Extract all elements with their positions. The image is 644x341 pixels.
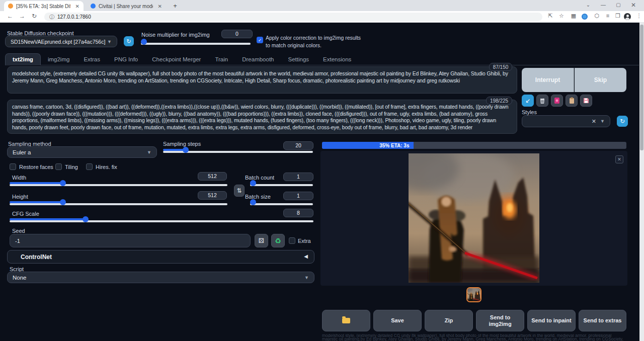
extensions-puzzle-icon[interactable]: ⬡ — [593, 13, 601, 19]
back-icon[interactable]: ← — [6, 13, 14, 20]
color-correction-label: Apply color correction to img2img result… — [266, 34, 366, 49]
open-folder-button[interactable] — [322, 310, 370, 331]
address-bar[interactable]: ⓘ 127.0.0.1:7860 — [44, 13, 542, 21]
share-icon[interactable]: ⇱ — [546, 13, 554, 19]
send-to-img2img-button[interactable]: Send to img2img — [476, 310, 524, 331]
menu-dots-icon[interactable]: ⋮ — [635, 13, 643, 19]
height-value[interactable]: 512 — [198, 191, 227, 200]
checkpoint-dropdown[interactable]: SD15NewVAEpruned.ckpt [27a4ac756c] ▼ — [5, 36, 117, 47]
reuse-seed-recycle-button[interactable]: ♻ — [271, 234, 285, 247]
gradio-favicon — [8, 4, 13, 9]
sampling-method-value: Euler a — [13, 149, 31, 155]
controlnet-accordion[interactable]: ControlNet ◀ — [7, 250, 314, 264]
send-to-inpaint-button[interactable]: Send to inpaint — [527, 310, 576, 331]
folder-icon — [342, 318, 350, 323]
noise-multiplier-value[interactable]: 0 — [221, 30, 253, 38]
seed-input[interactable] — [10, 234, 251, 247]
cfg-scale-value[interactable]: 8 — [283, 209, 313, 217]
tab-close-icon[interactable]: ✕ — [75, 4, 79, 9]
skip-button[interactable]: Skip — [575, 68, 626, 92]
forward-icon[interactable]: → — [18, 13, 26, 20]
scrollbar-thumb[interactable] — [640, 25, 643, 150]
sampling-method-dropdown[interactable]: Euler a ▼ — [7, 146, 157, 158]
page-scrollbar[interactable] — [639, 23, 644, 341]
tab-extensions[interactable]: Extensions — [316, 54, 358, 65]
tab-txt2img[interactable]: txt2img — [5, 53, 41, 65]
batch-count-label: Batch count — [245, 175, 274, 181]
batch-size-slider[interactable] — [250, 201, 313, 207]
height-slider[interactable] — [10, 201, 227, 207]
minimize-icon[interactable]: — — [596, 0, 611, 11]
extension-grid-icon[interactable]: ▦ — [570, 13, 578, 19]
tab-checkpoint-merger[interactable]: Checkpoint Merger — [145, 54, 208, 65]
tab-settings[interactable]: Settings — [281, 54, 316, 65]
tab-img2img[interactable]: img2img — [41, 54, 76, 65]
prompt-input[interactable]: modelshoot style, (extremely detailed CG… — [7, 66, 517, 94]
noise-multiplier-slider[interactable] — [141, 41, 251, 47]
width-slider[interactable] — [10, 182, 227, 188]
width-value[interactable]: 512 — [198, 172, 227, 181]
browser-tab-civitai[interactable]: Civitai | Share your models ✕ — [87, 1, 166, 11]
negative-prompt-input[interactable]: canvas frame, cartoon, 3d, ((disfigured)… — [7, 100, 517, 134]
browser-tab-title: [35% ETA: 3s] Stable Diffusion — [16, 4, 70, 9]
script-dropdown[interactable]: None ▼ — [7, 272, 314, 283]
maximize-icon[interactable]: ▢ — [611, 0, 626, 11]
interrupt-button[interactable]: Interrupt — [522, 68, 574, 92]
batch-count-slider[interactable] — [250, 182, 313, 188]
batch-size-value[interactable]: 1 — [283, 192, 313, 200]
sampling-steps-slider[interactable] — [163, 149, 313, 155]
tab-extras[interactable]: Extras — [76, 54, 107, 65]
send-to-extras-button[interactable]: Send to extras — [579, 310, 626, 331]
cfg-scale-label: CFG Scale — [12, 211, 39, 217]
zip-button[interactable]: Zip — [425, 310, 473, 331]
noise-multiplier-label: Noise multiplier for img2img — [141, 32, 210, 38]
close-image-icon[interactable]: ✕ — [615, 155, 623, 163]
gallery-thumbnail[interactable] — [466, 287, 481, 302]
tab-search-icon[interactable]: ⌄ — [581, 0, 596, 11]
clear-styles-icon[interactable]: ✕ — [592, 118, 596, 125]
tab-png-info[interactable]: PNG Info — [107, 54, 145, 65]
site-info-icon[interactable]: ⓘ — [49, 14, 54, 21]
tab-train[interactable]: Train — [208, 54, 235, 65]
styles-dropdown[interactable]: ✕ ▼ — [522, 115, 610, 127]
restore-faces-checkbox[interactable] — [10, 163, 16, 170]
width-label: Width — [12, 175, 26, 181]
swap-dimensions-button[interactable]: ⇅ — [234, 185, 245, 197]
clear-prompt-trash-button[interactable] — [536, 95, 548, 107]
reading-list-icon[interactable]: ≡ — [604, 13, 612, 19]
cfg-scale-slider[interactable] — [10, 218, 313, 224]
batch-size-label: Batch size — [245, 194, 271, 200]
extension-blue-icon[interactable] — [582, 14, 588, 20]
new-tab-button[interactable]: + — [171, 2, 179, 10]
color-correction-checkbox[interactable]: ✓ — [257, 37, 263, 43]
extra-seed-label: Extra — [298, 238, 311, 244]
window-close-icon[interactable]: ✕ — [626, 0, 641, 11]
chevron-down-icon: ▼ — [107, 39, 112, 44]
accordion-collapse-icon: ◀ — [304, 253, 308, 259]
bookmark-star-icon[interactable]: ☆ — [557, 13, 566, 19]
random-seed-dice-button[interactable]: ⚄ — [255, 234, 268, 247]
browser-tab-title: Civitai | Share your models — [99, 4, 153, 9]
hires-fix-checkbox[interactable] — [86, 163, 93, 170]
generated-image[interactable] — [409, 153, 539, 283]
browser-tab-stable-diffusion[interactable]: [35% ETA: 3s] Stable Diffusion ✕ — [4, 1, 84, 11]
save-button[interactable]: Save — [373, 310, 422, 331]
apply-styles-clipboard-button[interactable] — [566, 95, 578, 107]
tiling-checkbox[interactable] — [55, 163, 62, 170]
extra-networks-card-button[interactable] — [551, 95, 563, 107]
negative-prompt-token-counter: 198/225 — [486, 97, 512, 105]
profile-avatar[interactable] — [624, 13, 631, 20]
refresh-checkpoint-button[interactable]: ↻ — [124, 36, 134, 46]
tab-dreambooth[interactable]: Dreambooth — [235, 54, 281, 65]
refresh-styles-button[interactable]: ↻ — [617, 116, 628, 127]
hires-fix-label: Hires. fix — [96, 164, 117, 170]
reload-icon[interactable]: ↻ — [30, 13, 38, 20]
styles-label: Styles — [522, 109, 537, 115]
batch-count-value[interactable]: 1 — [283, 173, 313, 181]
extra-seed-checkbox[interactable] — [289, 237, 295, 244]
paste-generation-params-button[interactable]: ↙ — [522, 95, 534, 107]
side-panel-icon[interactable]: ❐ — [614, 13, 622, 19]
save-style-floppy-button[interactable] — [580, 95, 592, 107]
tab-close-icon[interactable]: ✕ — [158, 4, 162, 9]
browser-chrome: [35% ETA: 3s] Stable Diffusion ✕ Civitai… — [0, 0, 644, 23]
